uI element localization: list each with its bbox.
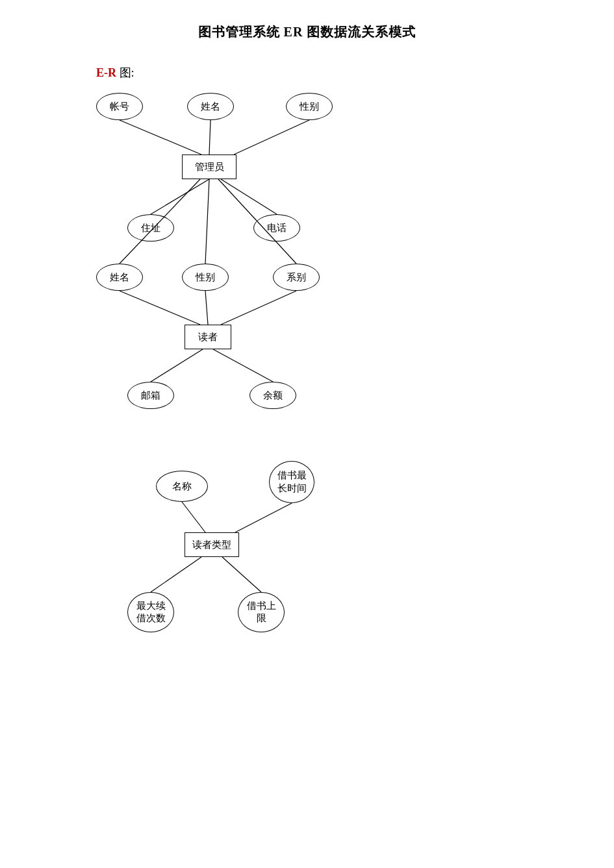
node-duzhe: 读者 [185,325,231,349]
svg-line-15 [151,557,201,592]
node-xingbie2: 性别 [182,264,229,291]
svg-line-11 [151,349,203,382]
node-guanliyuan: 管理员 [182,155,237,179]
svg-line-13 [182,502,205,532]
svg-line-4 [221,179,277,214]
svg-line-1 [209,120,211,155]
svg-line-2 [234,120,309,155]
node-zuidaxujieciashu: 最大续 借次数 [127,592,174,632]
node-jieshushangxian: 借书上 限 [238,592,285,632]
node-zhuzhi: 住址 [127,214,174,242]
node-xingbie1: 性别 [286,93,333,120]
er-diagram-svg [0,0,614,868]
page-title: 图书管理系统 ER 图数据流关系模式 [0,0,614,41]
svg-line-3 [151,179,209,214]
node-xibie: 系别 [273,264,320,291]
svg-line-6 [205,179,209,264]
node-youxiang: 邮箱 [127,382,174,409]
svg-line-8 [120,291,200,325]
node-dianhua: 电话 [253,214,300,242]
svg-line-10 [221,291,296,325]
er-label: E-R 图: [96,65,134,81]
node-zhanghu: 帐号 [96,93,143,120]
svg-line-9 [205,291,208,325]
svg-line-14 [235,503,292,532]
node-duzheleixing: 读者类型 [185,532,239,557]
node-xingming2: 姓名 [96,264,143,291]
svg-line-12 [213,349,273,382]
node-xingming1: 姓名 [187,93,234,120]
node-mingcheng: 名称 [156,471,208,502]
node-yue: 余额 [249,382,296,409]
svg-line-0 [120,120,201,155]
svg-line-16 [222,557,261,592]
node-jieshuzuichangshijian: 借书最 长时间 [269,461,314,503]
